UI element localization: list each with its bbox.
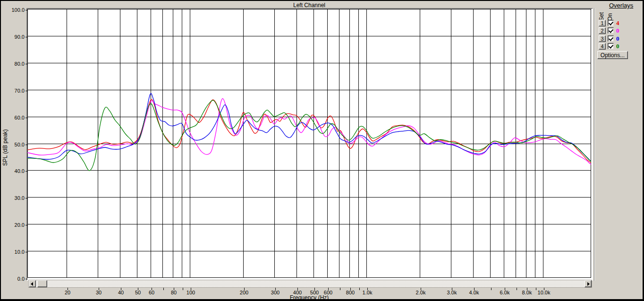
chart-title: Left Channel [27,2,591,9]
y-tick-mark [25,145,27,145]
y-tick-mark [25,225,27,225]
y-tick-mark [25,252,27,252]
analyzer-window: Left Channel SPL (dB peak) 100.090.080.0… [0,0,644,301]
scroll-right-icon [587,282,590,286]
overlay-row-1: 14 [599,20,644,27]
panel-divider-highlight [594,8,595,281]
y-tick-label-30: 30.0 [1,195,25,201]
overlay-on-checkbox-3[interactable] [608,35,614,42]
y-tick-label-80: 80.0 [1,61,25,67]
overlay-row-3: 30 [599,35,644,43]
y-tick-mark [25,37,27,37]
y-tick-mark [25,10,27,10]
y-tick-label-20: 20.0 [1,222,25,228]
overlay-row-4: 40 [599,43,644,50]
y-tick-mark [25,171,27,172]
overlay-set-button-1[interactable]: 1 [599,20,606,26]
x-tick-mark [491,288,491,290]
plot-area [26,8,593,281]
y-tick-label-10: 10.0 [1,249,25,255]
y-tick-label-50: 50.0 [1,142,25,147]
y-tick-label-90: 90.0 [1,34,25,40]
y-tick-label-70: 70.0 [1,88,25,94]
y-tick-label-0: 0.0 [1,276,25,282]
scrollbar-thumb[interactable] [37,280,47,287]
overlays-title: Overlays [609,2,633,9]
y-tick-mark [25,198,27,198]
checkmark-icon [609,36,613,41]
options-button[interactable]: Options... [597,51,628,59]
overlay-count-4: 0 [616,43,619,50]
checkmark-icon [609,28,613,34]
overlay-count-3: 0 [616,35,619,43]
overlay-set-button-4[interactable]: 4 [599,43,606,50]
scroll-left-icon [31,282,33,286]
checkmark-icon [609,20,613,26]
checkmark-icon [609,43,613,49]
y-tick-mark [25,279,27,279]
horizontal-scrollbar[interactable] [28,280,592,288]
overlay-count-1: 4 [616,19,619,27]
overlay-set-button-3[interactable]: 3 [599,35,606,42]
overlay-on-checkbox-4[interactable] [608,43,614,49]
trace-overlay-1-red [27,99,591,163]
overlay-on-checkbox-1[interactable] [608,20,614,26]
y-tick-mark [25,91,27,91]
scrollbar-left-button[interactable] [29,280,36,287]
y-tick-label-100: 100.0 [1,7,25,13]
on-column-label: On [607,9,613,21]
set-column-label: Set [599,9,604,21]
overlay-row-2: 20 [599,27,644,34]
overlay-count-2: 0 [616,27,619,34]
y-tick-mark [25,64,27,64]
frequency-response-plot [27,9,591,279]
trace-overlay-4-green [27,100,591,171]
trace-overlay-3-blue [27,94,591,161]
y-tick-label-40: 40.0 [1,168,25,174]
x-axis-title: Frequency (Hz) [27,294,591,301]
overlay-on-checkbox-2[interactable] [608,27,614,34]
y-tick-label-60: 60.0 [1,115,25,120]
y-tick-mark [25,118,27,118]
scrollbar-right-button[interactable] [585,280,592,287]
trace-overlay-2-magenta [27,98,591,164]
overlay-set-button-2[interactable]: 2 [599,27,606,34]
